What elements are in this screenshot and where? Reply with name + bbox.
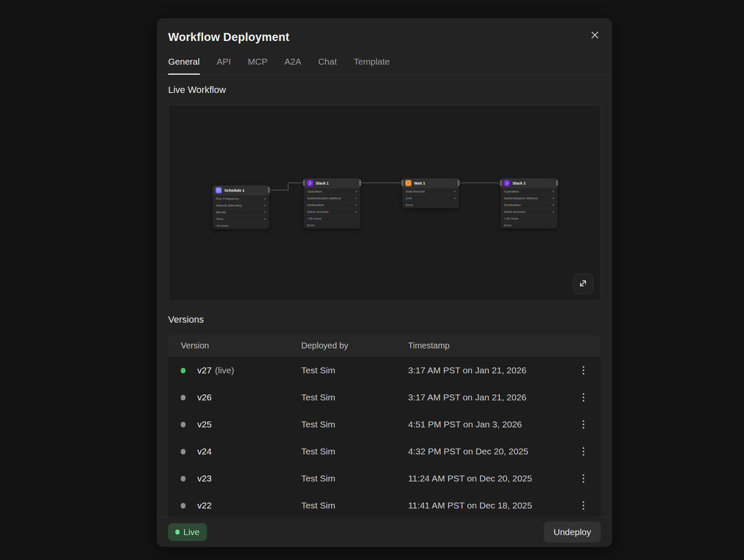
workflow-node-slack-2[interactable]: Slack 2OperationAuthentication MethodDes… bbox=[501, 178, 557, 228]
versions-table: VersionDeployed byTimestamp v27(live)Tes… bbox=[168, 334, 601, 519]
table-row[interactable]: v22Test Sim11:41 AM PST on Dec 18, 2025 bbox=[168, 492, 601, 519]
workflow-node-schedule-1[interactable]: Schedule 1Run FrequencyInterval (Minutes… bbox=[213, 185, 269, 229]
node-field-label: Interval (Minutes) bbox=[216, 204, 242, 207]
node-header: Slack 2 bbox=[501, 178, 557, 188]
node-field: Slack Account bbox=[304, 208, 360, 215]
node-field: Error bbox=[402, 201, 459, 208]
node-port-right[interactable] bbox=[458, 180, 460, 186]
tab-bar: GeneralAPIMCPA2AChatTemplate bbox=[168, 57, 601, 74]
timestamp-cell: 3:17 AM PST on Jan 21, 2026 bbox=[408, 365, 574, 375]
version-dot-icon bbox=[181, 395, 185, 400]
expand-preview-button[interactable] bbox=[573, 274, 593, 294]
row-menu-button[interactable] bbox=[576, 390, 591, 405]
field-handle-icon bbox=[454, 191, 455, 192]
table-row[interactable]: v23Test Sim11:24 AM PST on Dec 20, 2025 bbox=[168, 465, 601, 492]
deployed-by-cell: Test Sim bbox=[301, 473, 408, 484]
row-actions-cell bbox=[574, 363, 601, 378]
row-menu-button[interactable] bbox=[576, 363, 591, 378]
version-dot-cell bbox=[181, 392, 197, 402]
modal-title: Workflow Deployment bbox=[168, 31, 601, 44]
node-field-label: Wait Amount bbox=[406, 190, 425, 193]
row-menu-button[interactable] bbox=[576, 471, 591, 486]
node-field-label: Error bbox=[307, 223, 315, 227]
row-menu-button[interactable] bbox=[576, 498, 591, 513]
node-field: Time bbox=[213, 215, 269, 222]
version-cell: v24 bbox=[197, 446, 301, 457]
node-field-label: +26 more bbox=[307, 217, 322, 220]
field-handle-icon bbox=[553, 198, 554, 199]
workflow-preview-canvas[interactable]: Schedule 1Run FrequencyInterval (Minutes… bbox=[168, 105, 601, 301]
node-field-label: Time bbox=[216, 217, 223, 221]
tab-template[interactable]: Template bbox=[354, 57, 390, 75]
modal-footer: Live Undeploy bbox=[157, 517, 612, 547]
tab-a2a[interactable]: A2A bbox=[284, 57, 301, 75]
version-dot-cell bbox=[181, 500, 197, 511]
field-handle-icon bbox=[553, 204, 554, 206]
node-field-label: Destination bbox=[504, 203, 521, 207]
field-handle-icon bbox=[454, 198, 455, 199]
node-field: Error bbox=[304, 222, 360, 228]
row-menu-button[interactable] bbox=[576, 444, 591, 459]
version-dot-cell bbox=[181, 419, 197, 430]
row-actions-cell bbox=[574, 390, 601, 405]
row-actions-cell bbox=[574, 471, 601, 486]
version-cell: v27(live) bbox=[197, 365, 301, 375]
node-field-label: Slack Account bbox=[504, 210, 525, 214]
field-handle-icon bbox=[264, 218, 266, 220]
node-port-right[interactable] bbox=[556, 180, 558, 186]
node-port-right[interactable] bbox=[359, 180, 361, 186]
tab-general[interactable]: General bbox=[168, 57, 200, 75]
field-handle-icon bbox=[356, 191, 357, 192]
tab-chat[interactable]: Chat bbox=[318, 57, 337, 75]
undeploy-button[interactable]: Undeploy bbox=[544, 522, 601, 543]
node-field-label: Minute bbox=[216, 210, 226, 214]
version-dot-icon bbox=[181, 476, 185, 481]
tab-api[interactable]: API bbox=[217, 57, 231, 75]
node-port-left[interactable] bbox=[303, 180, 305, 186]
version-dot-cell bbox=[181, 446, 197, 457]
live-workflow-heading: Live Workflow bbox=[168, 84, 601, 95]
row-menu-button[interactable] bbox=[576, 417, 591, 432]
node-field-label: Error bbox=[504, 223, 512, 227]
timestamp-cell: 11:24 AM PST on Dec 20, 2025 bbox=[408, 473, 574, 484]
node-header: Slack 1 bbox=[304, 178, 360, 188]
node-field: Unit bbox=[402, 195, 459, 201]
version-dot-cell bbox=[181, 473, 197, 484]
kebab-icon bbox=[583, 447, 584, 456]
field-handle-icon bbox=[264, 205, 266, 206]
field-handle-icon bbox=[553, 191, 554, 192]
kebab-icon bbox=[583, 420, 584, 429]
node-title: Schedule 1 bbox=[224, 188, 245, 193]
modal-body: Live Workflow Schedule 1Run FrequencyInt… bbox=[157, 75, 612, 519]
table-row[interactable]: v24Test Sim4:32 PM PST on Dec 20, 2025 bbox=[168, 438, 601, 465]
workflow-node-slack-1[interactable]: Slack 1OperationAuthentication MethodDes… bbox=[304, 178, 360, 228]
tab-mcp[interactable]: MCP bbox=[248, 57, 268, 75]
kebab-icon bbox=[583, 501, 584, 510]
node-port-left[interactable] bbox=[500, 180, 502, 186]
table-row[interactable]: v25Test Sim4:51 PM PST on Jan 3, 2026 bbox=[168, 411, 601, 438]
node-field: Run Frequency bbox=[213, 195, 269, 202]
field-handle-icon bbox=[264, 198, 266, 199]
node-port-left[interactable] bbox=[401, 180, 403, 186]
deployed-by-cell: Test Sim bbox=[301, 365, 408, 375]
field-handle-icon bbox=[553, 211, 554, 212]
slack-icon bbox=[307, 180, 313, 186]
version-dot-icon bbox=[181, 449, 185, 454]
node-field: Destination bbox=[304, 201, 360, 208]
version-label: v23 bbox=[197, 473, 212, 483]
node-port-right[interactable] bbox=[268, 187, 270, 193]
table-row[interactable]: v26Test Sim3:17 AM PST on Jan 21, 2026 bbox=[168, 384, 601, 411]
workflow-node-wait-1[interactable]: Wait 1Wait AmountUnitError bbox=[402, 178, 459, 208]
modal-header: Workflow Deployment GeneralAPIMCPA2AChat… bbox=[157, 18, 612, 75]
timestamp-cell: 4:32 PM PST on Dec 20, 2025 bbox=[408, 446, 574, 457]
node-field: Error bbox=[501, 222, 557, 228]
node-title: Slack 2 bbox=[512, 181, 526, 185]
node-field-label: Slack Account bbox=[307, 210, 328, 214]
table-row[interactable]: v27(live)Test Sim3:17 AM PST on Jan 21, … bbox=[168, 357, 601, 384]
live-dot-icon bbox=[175, 530, 180, 535]
field-handle-icon bbox=[264, 212, 266, 213]
node-field: Authentication Method bbox=[501, 195, 557, 201]
close-button[interactable] bbox=[589, 29, 601, 42]
expand-icon bbox=[578, 279, 588, 289]
version-dot-icon bbox=[181, 422, 185, 427]
